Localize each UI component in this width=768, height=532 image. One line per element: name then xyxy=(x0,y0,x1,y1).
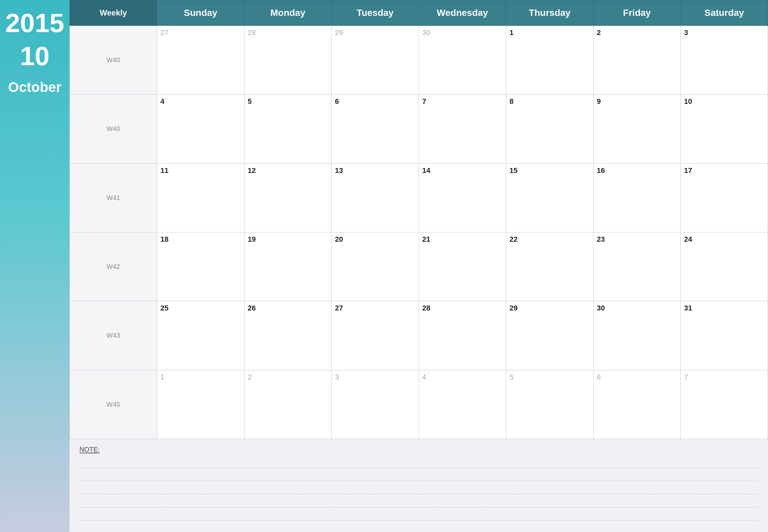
week-label: W45 xyxy=(70,370,157,439)
calendar-day-cell[interactable]: 26 xyxy=(244,301,332,370)
note-line[interactable] xyxy=(79,482,758,494)
calendar-day-cell[interactable]: 20 xyxy=(332,232,419,301)
note-line[interactable] xyxy=(79,509,758,521)
calendar-day-cell[interactable]: 1 xyxy=(157,370,244,439)
week-label: W41 xyxy=(70,163,157,232)
day-number: 30 xyxy=(422,28,430,37)
calendar-day-cell[interactable]: 1 xyxy=(506,26,593,95)
calendar-day-cell[interactable]: 28 xyxy=(419,301,506,370)
calendar-day-cell[interactable]: 3 xyxy=(681,26,768,95)
calendar-day-cell[interactable]: 7 xyxy=(419,95,506,163)
header-thursday: Thursday xyxy=(506,0,593,26)
week-label: W42 xyxy=(70,232,157,301)
day-number: 1 xyxy=(160,373,164,381)
calendar-day-cell[interactable]: 30 xyxy=(419,26,506,95)
calendar-day-cell[interactable]: 28 xyxy=(244,26,332,95)
calendar-day-cell[interactable]: 23 xyxy=(593,232,681,301)
header-weekly: Weekly xyxy=(70,0,157,26)
calendar-day-cell[interactable]: 30 xyxy=(593,301,681,370)
calendar-day-cell[interactable]: 2 xyxy=(244,370,332,439)
calendar-week-row: W451234567 xyxy=(70,370,768,439)
note-line[interactable] xyxy=(79,496,758,508)
calendar-day-cell[interactable]: 29 xyxy=(332,26,419,95)
day-number: 18 xyxy=(160,235,168,243)
note-label: NOTE: xyxy=(79,446,758,453)
calendar-week-row: W4325262728293031 xyxy=(70,301,768,370)
calendar-day-cell[interactable]: 10 xyxy=(681,95,768,163)
calendar-day-cell[interactable]: 4 xyxy=(419,370,506,439)
day-number: 2 xyxy=(597,28,601,37)
calendar-day-cell[interactable]: 14 xyxy=(419,163,506,232)
day-number: 21 xyxy=(422,235,430,243)
day-number: 7 xyxy=(684,373,688,381)
day-number: 23 xyxy=(597,235,605,243)
calendar-day-cell[interactable]: 6 xyxy=(593,370,681,439)
calendar-day-cell[interactable]: 25 xyxy=(157,301,244,370)
calendar-day-cell[interactable]: 22 xyxy=(506,232,593,301)
day-number: 29 xyxy=(335,28,343,37)
day-number: 9 xyxy=(597,97,601,105)
calendar-day-cell[interactable]: 15 xyxy=(506,163,593,232)
day-number: 17 xyxy=(684,166,692,175)
calendar-day-cell[interactable]: 8 xyxy=(506,95,593,163)
calendar-table: Weekly Sunday Monday Tuesday Wednesday T… xyxy=(69,0,768,439)
day-number: 26 xyxy=(248,304,256,312)
calendar-day-cell[interactable]: 18 xyxy=(157,232,244,301)
calendar-day-cell[interactable]: 4 xyxy=(157,95,244,163)
calendar-day-cell[interactable]: 5 xyxy=(506,370,593,439)
calendar-week-row: W4027282930123 xyxy=(70,26,768,95)
day-number: 11 xyxy=(160,166,168,175)
calendar-week-row: W4045678910 xyxy=(70,95,768,163)
note-lines xyxy=(79,456,758,521)
day-number: 5 xyxy=(509,373,513,381)
calendar-day-cell[interactable]: 27 xyxy=(157,26,244,95)
calendar-day-cell[interactable]: 7 xyxy=(681,370,768,439)
calendar-day-cell[interactable]: 3 xyxy=(332,370,419,439)
calendar-day-cell[interactable]: 16 xyxy=(593,163,681,232)
header-saturday: Saturday xyxy=(681,0,768,26)
note-line[interactable] xyxy=(79,456,758,468)
day-number: 12 xyxy=(248,166,256,175)
day-number: 27 xyxy=(335,304,343,312)
calendar-day-cell[interactable]: 5 xyxy=(244,95,332,163)
sidebar: 2015 10 October xyxy=(0,0,69,532)
day-number: 3 xyxy=(684,28,688,37)
month-name-label: October xyxy=(8,79,61,95)
header-monday: Monday xyxy=(244,0,332,26)
header-tuesday: Tuesday xyxy=(332,0,419,26)
day-number: 24 xyxy=(684,235,692,243)
calendar-day-cell[interactable]: 9 xyxy=(593,95,681,163)
calendar-day-cell[interactable]: 11 xyxy=(157,163,244,232)
day-number: 29 xyxy=(509,304,517,312)
calendar-day-cell[interactable]: 12 xyxy=(244,163,332,232)
calendar-day-cell[interactable]: 21 xyxy=(419,232,506,301)
header-sunday: Sunday xyxy=(157,0,244,26)
calendar-day-cell[interactable]: 27 xyxy=(332,301,419,370)
calendar-day-cell[interactable]: 6 xyxy=(332,95,419,163)
calendar-day-cell[interactable]: 29 xyxy=(506,301,593,370)
week-label: W40 xyxy=(70,95,157,163)
day-number: 22 xyxy=(509,235,517,243)
day-number: 25 xyxy=(160,304,168,312)
calendar-day-cell[interactable]: 13 xyxy=(332,163,419,232)
day-number: 5 xyxy=(248,97,252,105)
calendar-day-cell[interactable]: 2 xyxy=(593,26,681,95)
day-number: 7 xyxy=(422,97,426,105)
calendar-day-cell[interactable]: 24 xyxy=(681,232,768,301)
day-number: 3 xyxy=(335,373,339,381)
day-number: 15 xyxy=(509,166,517,175)
header-wednesday: Wednesday xyxy=(419,0,506,26)
week-label: W40 xyxy=(70,26,157,95)
day-number: 16 xyxy=(597,166,605,175)
calendar-day-cell[interactable]: 19 xyxy=(244,232,332,301)
day-number: 31 xyxy=(684,304,692,312)
day-number: 13 xyxy=(335,166,343,175)
day-number: 8 xyxy=(509,97,513,105)
calendar-week-row: W4111121314151617 xyxy=(70,163,768,232)
note-line[interactable] xyxy=(79,469,758,481)
note-section: NOTE: xyxy=(69,439,768,532)
calendar-day-cell[interactable]: 31 xyxy=(681,301,768,370)
day-number: 6 xyxy=(597,373,601,381)
calendar-week-row: W4218192021222324 xyxy=(70,232,768,301)
calendar-day-cell[interactable]: 17 xyxy=(681,163,768,232)
